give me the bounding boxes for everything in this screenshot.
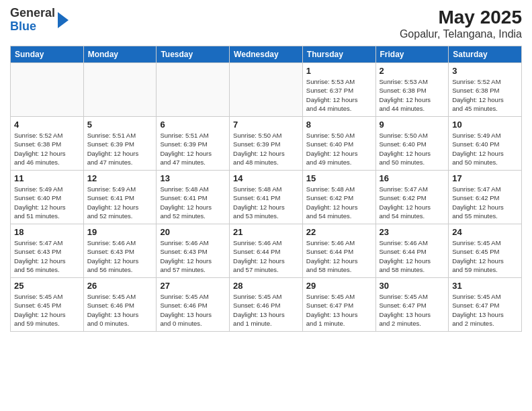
logo-text: General Blue	[10, 7, 55, 34]
day-number: 7	[233, 120, 299, 130]
calendar-week-row: 1Sunrise: 5:53 AM Sunset: 6:37 PM Daylig…	[11, 63, 522, 117]
day-number: 6	[160, 120, 226, 130]
table-row: 14Sunrise: 5:48 AM Sunset: 6:41 PM Dayli…	[230, 171, 303, 224]
table-row	[157, 63, 230, 117]
table-row: 15Sunrise: 5:48 AM Sunset: 6:42 PM Dayli…	[302, 171, 375, 224]
day-info: Sunrise: 5:48 AM Sunset: 6:42 PM Dayligh…	[306, 185, 372, 220]
logo-icon	[56, 11, 70, 30]
day-number: 4	[14, 120, 80, 130]
logo: General Blue	[10, 7, 70, 34]
svg-marker-0	[58, 12, 69, 28]
table-row	[11, 63, 84, 117]
table-row: 23Sunrise: 5:46 AM Sunset: 6:44 PM Dayli…	[375, 224, 449, 278]
day-number: 12	[87, 173, 153, 183]
logo-blue: Blue	[10, 20, 55, 34]
table-row: 6Sunrise: 5:51 AM Sunset: 6:39 PM Daylig…	[157, 117, 230, 171]
day-info: Sunrise: 5:46 AM Sunset: 6:44 PM Dayligh…	[380, 238, 445, 274]
day-info: Sunrise: 5:47 AM Sunset: 6:43 PM Dayligh…	[14, 238, 80, 274]
table-row: 12Sunrise: 5:49 AM Sunset: 6:41 PM Dayli…	[83, 171, 157, 224]
day-info: Sunrise: 5:45 AM Sunset: 6:45 PM Dayligh…	[14, 292, 80, 328]
calendar-subtitle: Gopalur, Telangana, India	[400, 28, 522, 40]
day-number: 30	[380, 281, 445, 291]
day-info: Sunrise: 5:45 AM Sunset: 6:47 PM Dayligh…	[452, 292, 518, 328]
table-row: 28Sunrise: 5:45 AM Sunset: 6:46 PM Dayli…	[230, 278, 303, 332]
day-info: Sunrise: 5:46 AM Sunset: 6:44 PM Dayligh…	[233, 238, 299, 274]
table-row: 1Sunrise: 5:53 AM Sunset: 6:37 PM Daylig…	[302, 63, 375, 117]
col-friday: Friday	[375, 46, 449, 63]
day-info: Sunrise: 5:45 AM Sunset: 6:46 PM Dayligh…	[160, 292, 226, 328]
table-row: 22Sunrise: 5:46 AM Sunset: 6:44 PM Dayli…	[302, 224, 375, 278]
day-info: Sunrise: 5:45 AM Sunset: 6:46 PM Dayligh…	[233, 292, 299, 328]
table-row: 18Sunrise: 5:47 AM Sunset: 6:43 PM Dayli…	[11, 224, 84, 278]
day-number: 11	[14, 173, 80, 183]
day-number: 29	[306, 281, 372, 291]
day-info: Sunrise: 5:49 AM Sunset: 6:41 PM Dayligh…	[87, 185, 153, 220]
day-number: 21	[233, 227, 299, 237]
day-number: 17	[452, 173, 518, 183]
day-info: Sunrise: 5:52 AM Sunset: 6:38 PM Dayligh…	[14, 131, 80, 167]
table-row: 30Sunrise: 5:45 AM Sunset: 6:47 PM Dayli…	[375, 278, 449, 332]
day-number: 24	[452, 227, 518, 237]
table-row: 21Sunrise: 5:46 AM Sunset: 6:44 PM Dayli…	[230, 224, 303, 278]
table-row: 16Sunrise: 5:47 AM Sunset: 6:42 PM Dayli…	[375, 171, 449, 224]
day-info: Sunrise: 5:46 AM Sunset: 6:44 PM Dayligh…	[306, 238, 372, 274]
day-number: 15	[306, 173, 372, 183]
calendar-table: Sunday Monday Tuesday Wednesday Thursday…	[10, 46, 522, 332]
day-number: 2	[380, 66, 445, 76]
calendar-week-row: 11Sunrise: 5:49 AM Sunset: 6:40 PM Dayli…	[11, 171, 522, 224]
table-row	[230, 63, 303, 117]
day-info: Sunrise: 5:50 AM Sunset: 6:40 PM Dayligh…	[380, 131, 445, 167]
table-row: 20Sunrise: 5:46 AM Sunset: 6:43 PM Dayli…	[157, 224, 230, 278]
logo-general: General	[10, 7, 55, 20]
table-row: 29Sunrise: 5:45 AM Sunset: 6:47 PM Dayli…	[302, 278, 375, 332]
title-block: May 2025 Gopalur, Telangana, India	[400, 7, 522, 40]
day-info: Sunrise: 5:53 AM Sunset: 6:38 PM Dayligh…	[380, 77, 445, 113]
calendar-week-row: 4Sunrise: 5:52 AM Sunset: 6:38 PM Daylig…	[11, 117, 522, 171]
day-info: Sunrise: 5:45 AM Sunset: 6:47 PM Dayligh…	[306, 292, 372, 328]
calendar-title: May 2025	[400, 7, 522, 28]
table-row: 31Sunrise: 5:45 AM Sunset: 6:47 PM Dayli…	[449, 278, 522, 332]
day-number: 27	[160, 281, 226, 291]
day-number: 16	[380, 173, 445, 183]
table-row: 7Sunrise: 5:50 AM Sunset: 6:39 PM Daylig…	[230, 117, 303, 171]
day-info: Sunrise: 5:47 AM Sunset: 6:42 PM Dayligh…	[452, 185, 518, 220]
table-row: 10Sunrise: 5:49 AM Sunset: 6:40 PM Dayli…	[449, 117, 522, 171]
calendar-week-row: 25Sunrise: 5:45 AM Sunset: 6:45 PM Dayli…	[11, 278, 522, 332]
calendar-week-row: 18Sunrise: 5:47 AM Sunset: 6:43 PM Dayli…	[11, 224, 522, 278]
day-info: Sunrise: 5:49 AM Sunset: 6:40 PM Dayligh…	[452, 131, 518, 167]
day-info: Sunrise: 5:49 AM Sunset: 6:40 PM Dayligh…	[14, 185, 80, 220]
table-row: 17Sunrise: 5:47 AM Sunset: 6:42 PM Dayli…	[449, 171, 522, 224]
day-info: Sunrise: 5:51 AM Sunset: 6:39 PM Dayligh…	[160, 131, 226, 167]
table-row: 9Sunrise: 5:50 AM Sunset: 6:40 PM Daylig…	[375, 117, 449, 171]
table-row	[83, 63, 157, 117]
day-number: 8	[306, 120, 372, 130]
day-info: Sunrise: 5:50 AM Sunset: 6:40 PM Dayligh…	[306, 131, 372, 167]
day-info: Sunrise: 5:53 AM Sunset: 6:37 PM Dayligh…	[306, 77, 372, 113]
day-number: 10	[452, 120, 518, 130]
table-row: 13Sunrise: 5:48 AM Sunset: 6:41 PM Dayli…	[157, 171, 230, 224]
day-number: 5	[87, 120, 153, 130]
col-monday: Monday	[83, 46, 157, 63]
table-row: 4Sunrise: 5:52 AM Sunset: 6:38 PM Daylig…	[11, 117, 84, 171]
col-sunday: Sunday	[11, 46, 84, 63]
table-row: 26Sunrise: 5:45 AM Sunset: 6:46 PM Dayli…	[83, 278, 157, 332]
table-row: 5Sunrise: 5:51 AM Sunset: 6:39 PM Daylig…	[83, 117, 157, 171]
col-tuesday: Tuesday	[157, 46, 230, 63]
col-saturday: Saturday	[449, 46, 522, 63]
day-number: 28	[233, 281, 299, 291]
day-number: 20	[160, 227, 226, 237]
table-row: 2Sunrise: 5:53 AM Sunset: 6:38 PM Daylig…	[375, 63, 449, 117]
day-number: 22	[306, 227, 372, 237]
day-number: 19	[87, 227, 153, 237]
day-number: 13	[160, 173, 226, 183]
col-wednesday: Wednesday	[230, 46, 303, 63]
day-info: Sunrise: 5:46 AM Sunset: 6:43 PM Dayligh…	[87, 238, 153, 274]
day-info: Sunrise: 5:48 AM Sunset: 6:41 PM Dayligh…	[160, 185, 226, 220]
table-row: 8Sunrise: 5:50 AM Sunset: 6:40 PM Daylig…	[302, 117, 375, 171]
table-row: 19Sunrise: 5:46 AM Sunset: 6:43 PM Dayli…	[83, 224, 157, 278]
day-info: Sunrise: 5:51 AM Sunset: 6:39 PM Dayligh…	[87, 131, 153, 167]
col-thursday: Thursday	[302, 46, 375, 63]
day-info: Sunrise: 5:47 AM Sunset: 6:42 PM Dayligh…	[380, 185, 445, 220]
table-row: 25Sunrise: 5:45 AM Sunset: 6:45 PM Dayli…	[11, 278, 84, 332]
day-number: 26	[87, 281, 153, 291]
